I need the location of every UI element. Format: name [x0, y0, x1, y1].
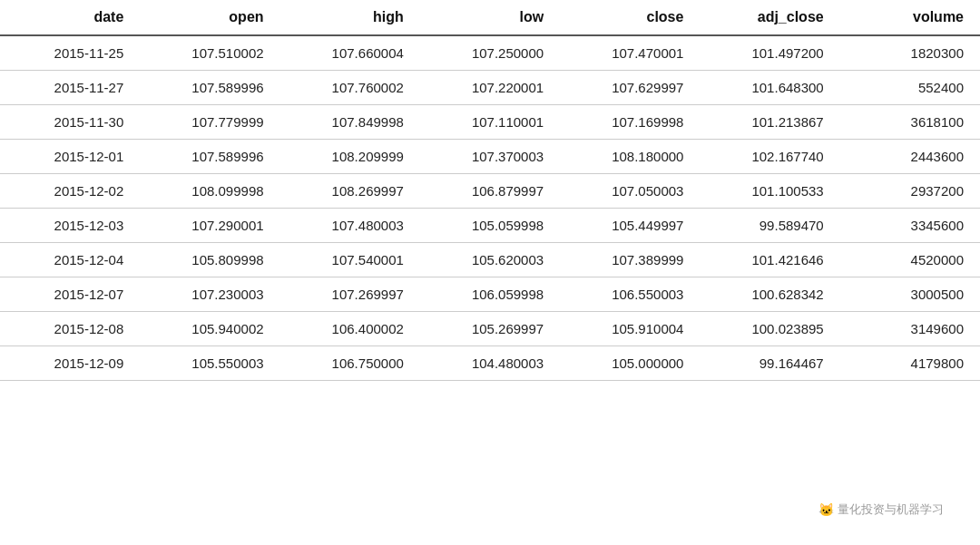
cell-r8-c3: 105.269997 [420, 312, 560, 346]
col-header-open: open [140, 0, 279, 35]
cell-r8-c6: 3149600 [840, 312, 980, 346]
cell-r2-c5: 101.213867 [700, 105, 839, 140]
table-row: 2015-12-03107.290001107.480003105.059998… [0, 209, 980, 243]
cell-r0-c0: 2015-11-25 [0, 35, 140, 71]
cell-r5-c2: 107.480003 [280, 209, 420, 243]
stock-data-table: date open high low close adj_close volum… [0, 0, 980, 381]
cell-r2-c2: 107.849998 [280, 105, 420, 140]
col-header-close: close [560, 0, 700, 35]
cell-r3-c1: 107.589996 [140, 140, 279, 174]
col-header-date: date [0, 0, 140, 35]
cell-r6-c5: 101.421646 [700, 243, 839, 277]
cell-r5-c4: 105.449997 [560, 209, 700, 243]
cell-r0-c5: 101.497200 [700, 35, 839, 71]
cell-r0-c3: 107.250000 [420, 35, 560, 71]
cell-r2-c1: 107.779999 [140, 105, 279, 140]
table-row: 2015-12-02108.099998108.269997106.879997… [0, 174, 980, 209]
cell-r3-c2: 108.209999 [280, 140, 420, 174]
cell-r3-c0: 2015-12-01 [0, 140, 140, 174]
cell-r0-c1: 107.510002 [140, 35, 279, 71]
cell-r3-c5: 102.167740 [700, 140, 839, 174]
col-header-low: low [420, 0, 560, 35]
cell-r7-c6: 3000500 [840, 277, 980, 312]
cell-r1-c4: 107.629997 [560, 71, 700, 105]
cell-r1-c1: 107.589996 [140, 71, 279, 105]
col-header-volume: volume [840, 0, 980, 35]
cell-r3-c6: 2443600 [840, 140, 980, 174]
cell-r7-c5: 100.628342 [700, 277, 839, 312]
cell-r9-c6: 4179800 [840, 346, 980, 381]
cell-r7-c2: 107.269997 [280, 277, 420, 312]
cell-r9-c3: 104.480003 [420, 346, 560, 381]
cell-r6-c2: 107.540001 [280, 243, 420, 277]
cell-r7-c3: 106.059998 [420, 277, 560, 312]
col-header-adj-close: adj_close [700, 0, 839, 35]
cell-r0-c6: 1820300 [840, 35, 980, 71]
cell-r0-c2: 107.660004 [280, 35, 420, 71]
cell-r5-c6: 3345600 [840, 209, 980, 243]
cell-r3-c4: 108.180000 [560, 140, 700, 174]
cell-r1-c2: 107.760002 [280, 71, 420, 105]
cell-r7-c1: 107.230003 [140, 277, 279, 312]
cell-r5-c5: 99.589470 [700, 209, 839, 243]
cell-r6-c0: 2015-12-04 [0, 243, 140, 277]
col-header-high: high [280, 0, 420, 35]
cell-r6-c1: 105.809998 [140, 243, 279, 277]
cell-r6-c6: 4520000 [840, 243, 980, 277]
cell-r6-c3: 105.620003 [420, 243, 560, 277]
stock-data-table-container: date open high low close adj_close volum… [0, 0, 980, 381]
table-row: 2015-11-27107.589996107.760002107.220001… [0, 71, 980, 105]
cell-r9-c2: 106.750000 [280, 346, 420, 381]
cell-r4-c3: 106.879997 [420, 174, 560, 209]
table-row: 2015-12-01107.589996108.209999107.370003… [0, 140, 980, 174]
cell-r2-c4: 107.169998 [560, 105, 700, 140]
cell-r0-c4: 107.470001 [560, 35, 700, 71]
cell-r4-c6: 2937200 [840, 174, 980, 209]
cell-r1-c5: 101.648300 [700, 71, 839, 105]
cell-r1-c0: 2015-11-27 [0, 71, 140, 105]
cell-r9-c1: 105.550003 [140, 346, 279, 381]
table-row: 2015-11-30107.779999107.849998107.110001… [0, 105, 980, 140]
table-row: 2015-12-07107.230003107.269997106.059998… [0, 277, 980, 312]
cell-r9-c0: 2015-12-09 [0, 346, 140, 381]
cell-r9-c5: 99.164467 [700, 346, 839, 381]
cell-r1-c6: 552400 [840, 71, 980, 105]
table-row: 2015-12-09105.550003106.750000104.480003… [0, 346, 980, 381]
cell-r4-c4: 107.050003 [560, 174, 700, 209]
cell-r1-c3: 107.220001 [420, 71, 560, 105]
cell-r4-c5: 101.100533 [700, 174, 839, 209]
cell-r7-c0: 2015-12-07 [0, 277, 140, 312]
watermark-icon: 🐱 [818, 502, 834, 517]
watermark-text: 量化投资与机器学习 [838, 501, 944, 518]
cell-r8-c4: 105.910004 [560, 312, 700, 346]
table-row: 2015-11-25107.510002107.660004107.250000… [0, 35, 980, 71]
cell-r4-c0: 2015-12-02 [0, 174, 140, 209]
cell-r6-c4: 107.389999 [560, 243, 700, 277]
cell-r2-c0: 2015-11-30 [0, 105, 140, 140]
cell-r8-c5: 100.023895 [700, 312, 839, 346]
cell-r3-c3: 107.370003 [420, 140, 560, 174]
cell-r5-c1: 107.290001 [140, 209, 279, 243]
cell-r5-c3: 105.059998 [420, 209, 560, 243]
cell-r7-c4: 106.550003 [560, 277, 700, 312]
watermark: 🐱 量化投资与机器学习 [818, 501, 944, 518]
table-header-row: date open high low close adj_close volum… [0, 0, 980, 35]
cell-r5-c0: 2015-12-03 [0, 209, 140, 243]
cell-r8-c2: 106.400002 [280, 312, 420, 346]
table-row: 2015-12-08105.940002106.400002105.269997… [0, 312, 980, 346]
table-row: 2015-12-04105.809998107.540001105.620003… [0, 243, 980, 277]
cell-r2-c6: 3618100 [840, 105, 980, 140]
cell-r4-c2: 108.269997 [280, 174, 420, 209]
cell-r2-c3: 107.110001 [420, 105, 560, 140]
cell-r4-c1: 108.099998 [140, 174, 279, 209]
cell-r8-c0: 2015-12-08 [0, 312, 140, 346]
cell-r9-c4: 105.000000 [560, 346, 700, 381]
cell-r8-c1: 105.940002 [140, 312, 279, 346]
